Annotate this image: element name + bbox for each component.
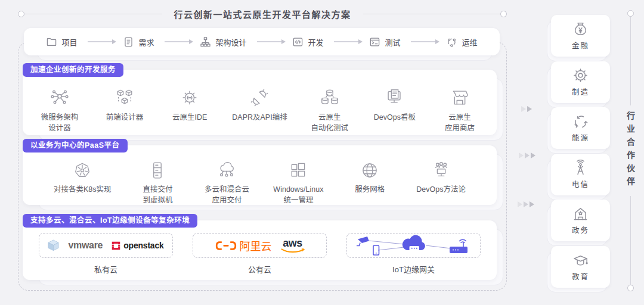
workflow-step-requirements: 需求 — [123, 36, 154, 48]
workflow-step-ops: 运维 — [446, 36, 477, 48]
service-item: DevOps看板 — [372, 88, 417, 123]
workflow-bar: 项目 需求 架构设计 开发 测试 — [24, 28, 500, 55]
service-item: 云原生 自动化测试 — [307, 88, 352, 133]
service-item-label: 微服务架构 设计器 — [41, 112, 79, 133]
arrow-right-icon — [334, 41, 359, 42]
service-mesh-icon — [360, 161, 379, 180]
service-item: 对接各类K8s实现 — [54, 161, 112, 195]
workflow-step-project: 项目 — [46, 36, 77, 48]
industry-card-telecom: 电信 — [551, 154, 610, 195]
vmware-logo: vmware — [68, 240, 103, 251]
app-store-icon — [450, 88, 470, 108]
gear-icon — [572, 67, 589, 83]
arrow-right-icon — [257, 41, 282, 42]
autotest-icon — [320, 88, 340, 108]
workflow-step-label: 需求 — [138, 36, 154, 48]
solution-diagram: 行云创新一站式云原生开发平台解决方案 项目 需求 — [0, 0, 644, 305]
env-group-label: 私有云 — [94, 263, 117, 275]
service-item-label: DevOps方法论 — [416, 184, 466, 195]
workflow-step-architecture: 架构设计 — [200, 36, 246, 48]
recycle-icon — [572, 113, 589, 129]
section-badge-paas: 以业务为中心的PaaS平台 — [23, 139, 128, 152]
antenna-icon — [572, 160, 589, 176]
industry-label: 教育 — [572, 270, 589, 282]
workflow-step-label: 开发 — [308, 36, 323, 48]
industry-card-government: 政务 — [551, 200, 610, 241]
workflow-step-label: 架构设计 — [215, 36, 246, 48]
alibaba-logo-text: 阿里云 — [240, 238, 272, 253]
vertical-line — [630, 196, 631, 285]
env-group-iot-gateway: IoT边缘网关 — [346, 233, 481, 280]
service-item-label: 云原生 应用商店 — [445, 112, 475, 133]
openstack-logo-text: openstack — [123, 241, 163, 250]
section-card-environments: vmware openstack 私有云 阿里云 — [23, 220, 497, 280]
line-end-dot — [500, 11, 507, 17]
dapr-api-icon — [249, 88, 270, 108]
service-item: 前端设计器 — [102, 88, 147, 123]
iot-gateway-box — [346, 233, 481, 258]
page-title: 行云创新一站式云原生开发平台解决方案 — [162, 8, 363, 20]
env-group-public-cloud: 阿里云 aws 公有云 — [193, 233, 327, 280]
title-line-right — [363, 14, 501, 14]
alibaba-cloud-logo: 阿里云 — [215, 238, 272, 253]
iot-gateway-graphic — [354, 235, 473, 256]
service-item-label: 对接各类K8s实现 — [54, 184, 112, 195]
industry-card-education: 教育 — [551, 246, 610, 288]
forward-chevrons-icon — [519, 152, 537, 158]
env-group-private-cloud: vmware openstack 私有云 — [39, 233, 173, 280]
section-badge-environments: 支持多云、混合云、IoT边缘侧设备等复杂环境 — [23, 214, 197, 228]
title-row: 行云创新一站式云原生开发平台解决方案 — [18, 8, 507, 20]
arrow-right-icon — [88, 41, 113, 42]
service-item-label: 服务网格 — [355, 184, 385, 195]
service-item: DevOps方法论 — [416, 161, 466, 195]
service-item-label: 多云和混合云 应用交付 — [205, 184, 249, 206]
partner-axis: 行业合作伙伴 — [625, 10, 636, 291]
money-bag-icon — [572, 21, 589, 37]
document-icon — [123, 36, 134, 48]
service-item: 直接交付 到虚拟机 — [135, 161, 180, 206]
env-group-label: 公有云 — [248, 263, 271, 275]
workflow-step-label: 运维 — [462, 36, 477, 48]
industry-label: 金融 — [572, 39, 589, 51]
workflow-step-develop: 开发 — [292, 36, 323, 48]
service-item: 多云和混合云 应用交付 — [204, 161, 249, 206]
service-item-label: DAPR及API编排 — [232, 112, 287, 123]
service-item-label: Windows/Linux 统一管理 — [273, 184, 323, 206]
service-item-label: 前端设计器 — [106, 112, 144, 123]
industry-label: 制造 — [572, 86, 589, 97]
line-end-dot — [627, 10, 634, 17]
section-card-paas: 对接各类K8s实现 直接交付 到虚拟机 多云和混合云 应用交付 Windows/… — [23, 145, 497, 205]
industry-label: 政务 — [572, 224, 589, 235]
arrow-right-icon — [165, 41, 190, 42]
service-item-label: DevOps看板 — [374, 112, 416, 123]
service-item-label: 直接交付 到虚拟机 — [143, 184, 172, 206]
service-item-label: 云原生 自动化测试 — [311, 112, 349, 133]
frontend-designer-icon — [114, 88, 135, 108]
industry-card-manufacturing: 制造 — [551, 61, 610, 103]
service-item: 云原生IDE — [167, 88, 212, 123]
partner-vertical-label: 行业合作伙伴 — [624, 111, 636, 190]
government-building-icon — [572, 206, 589, 222]
industry-label: 电信 — [572, 178, 589, 189]
sitemap-icon — [200, 36, 211, 48]
folder-icon — [46, 36, 57, 48]
line-end-dot — [627, 285, 634, 291]
section-badge-dev-services: 加速企业创新的开发服务 — [23, 63, 123, 77]
microservice-architecture-icon — [49, 88, 70, 108]
windows-linux-icon — [289, 161, 308, 180]
openstack-logo: openstack — [112, 241, 163, 250]
forward-chevrons-icon — [518, 201, 535, 207]
service-item-label: 云原生IDE — [172, 112, 207, 123]
aws-logo: aws — [281, 238, 305, 254]
alibaba-brackets-icon — [215, 241, 237, 251]
vmware-cube-icon — [48, 239, 59, 252]
service-item: 云原生 应用商店 — [437, 88, 482, 133]
industry-card-energy: 能源 — [551, 107, 610, 149]
industry-label: 能源 — [572, 132, 589, 143]
industry-card-finance: 金融 — [551, 15, 610, 57]
service-item: Windows/Linux 统一管理 — [273, 161, 323, 206]
ops-icon — [446, 36, 457, 48]
section-card-dev-services: 微服务架构 设计器 前端设计器 云原生IDE DAPR及API编排 云原生 自动… — [23, 70, 497, 135]
workflow-step-label: 测试 — [385, 36, 400, 48]
title-line-left — [24, 14, 162, 14]
